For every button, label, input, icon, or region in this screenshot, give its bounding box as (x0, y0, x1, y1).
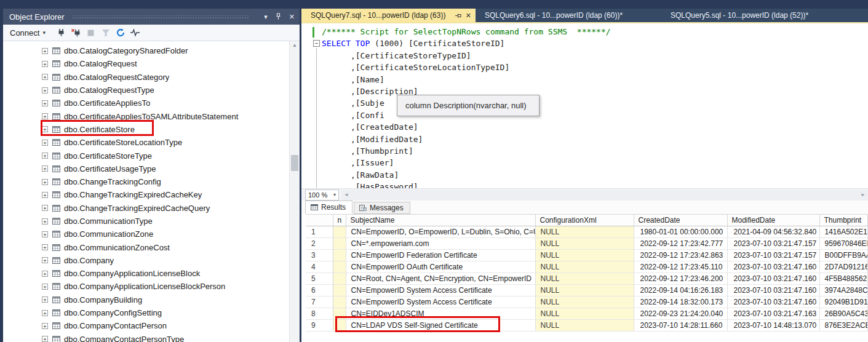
cell-modifieddate[interactable]: 2023-07-10 03:21:47.160 (727, 261, 819, 273)
cell-modifieddate[interactable]: 2023-07-10 03:21:47.160 (727, 296, 819, 308)
row-number-cell[interactable]: 6 (306, 285, 333, 296)
expand-plus-icon[interactable]: + (42, 153, 48, 159)
table-row[interactable]: 1 CN=EmpowerID, O=EmpowerID, L=Dublin, S… (306, 226, 868, 238)
column-header[interactable]: CreatedDate (634, 215, 727, 226)
cell-thumbprint[interactable]: 876E3E2ACBC210E027 (819, 320, 868, 332)
expand-plus-icon[interactable]: + (42, 323, 48, 329)
table-row[interactable]: 4 CN=EmpowerID OAuth Certificate NULL 20… (306, 261, 868, 273)
tree-item-table[interactable]: + dbo.CatalogRequest (3, 57, 300, 70)
cell-subjectname[interactable]: CN=EmpowerID System Access Certificate (346, 296, 535, 308)
connect-button[interactable]: Connect ▾ (10, 28, 46, 38)
zoom-level-dropdown[interactable]: 100 % ▾ (305, 189, 339, 201)
row-header-corner[interactable] (306, 215, 333, 226)
cell-description-clipped[interactable] (333, 250, 346, 261)
expand-plus-icon[interactable]: + (42, 310, 48, 316)
expand-plus-icon[interactable]: + (42, 244, 48, 250)
cell-modifieddate[interactable]: 2023-07-10 03:21:47.157 (727, 250, 819, 261)
cell-subjectname[interactable]: CN=EmpowerID OAuth Certificate (346, 261, 535, 273)
cell-modifieddate[interactable]: 2023-07-10 03:21:47.157 (727, 238, 819, 250)
tree-item-table[interactable]: + dbo.CertificateAppliesTo (3, 97, 300, 109)
cell-createddate[interactable]: 2022-09-12 17:23:42.863 (634, 250, 727, 261)
window-position-chevron-icon[interactable]: ▾ (264, 14, 268, 20)
cell-createddate[interactable]: 2022-09-14 18:32:00.173 (634, 296, 727, 308)
tab-results[interactable]: Results (305, 201, 352, 214)
row-number-cell[interactable]: 1 (306, 226, 333, 238)
expand-plus-icon[interactable]: + (42, 218, 48, 225)
cell-configurationxml[interactable]: NULL (535, 285, 634, 296)
tree-item-table[interactable]: + dbo.CommunicationZone (3, 228, 300, 241)
code-line[interactable]: ,[Issuer] (322, 157, 611, 169)
expand-plus-icon[interactable]: + (42, 87, 48, 93)
expand-plus-icon[interactable]: + (42, 61, 48, 67)
tree-item-table[interactable]: + dbo.CatalogRequestCategory (3, 71, 300, 84)
cell-modifieddate[interactable]: 2023-07-10 03:21:47.160 (727, 285, 819, 296)
column-header-clipped[interactable]: n (333, 215, 346, 226)
tree-item-table[interactable]: + dbo.Company (3, 254, 300, 267)
expand-plus-icon[interactable]: + (42, 100, 48, 106)
expand-plus-icon[interactable]: + (42, 113, 48, 119)
object-explorer-titlebar[interactable]: Object Explorer ▾ ✕ (3, 9, 300, 25)
code-line[interactable]: ,[CertificateStoreTypeID] (322, 50, 611, 62)
tree-scrollbar[interactable]: ▲ (289, 41, 300, 342)
tree-item-table[interactable]: + dbo.ChangeTrackingExpiredCacheQuery (3, 202, 300, 215)
tab-messages[interactable]: Messages (354, 202, 410, 214)
scrollbar-left-arrow-icon[interactable]: ◄ (344, 192, 349, 197)
cell-description-clipped[interactable] (333, 226, 346, 238)
cell-configurationxml[interactable]: NULL (535, 296, 634, 308)
tree-item-table[interactable]: + dbo.CompanyApplicationLicenseBlock (3, 267, 300, 280)
row-number-cell[interactable]: 8 (306, 308, 333, 320)
expand-plus-icon[interactable]: + (42, 336, 48, 342)
cell-configurationxml[interactable]: NULL (535, 273, 634, 285)
cell-thumbprint[interactable]: 959670846EE1A7102B9 (819, 238, 868, 250)
tree-item-table[interactable]: + dbo.ChangeTrackingConfig (3, 175, 300, 188)
cell-subjectname[interactable]: CN=EmpowerID System Access Certificate (346, 285, 535, 296)
expand-plus-icon[interactable]: + (42, 271, 48, 277)
cell-thumbprint[interactable]: 1416A502E16341710AF (819, 226, 868, 238)
cell-createddate[interactable]: 2022-09-23 21:24:20.040 (634, 308, 727, 320)
table-row[interactable]: 3 CN=EmpowerID Federation Certificate NU… (306, 250, 868, 261)
document-tab[interactable]: SQLQuery6.sql - 10...powerID (ldap (60))… (476, 9, 660, 22)
cell-createddate[interactable]: 2022-09-12 17:23:45.110 (634, 261, 727, 273)
table-row[interactable]: 5 CN=Root, CN=Agent, CN=Encryption, CN=E… (306, 273, 868, 285)
table-row[interactable]: 6 CN=EmpowerID System Access Certificate… (306, 285, 868, 296)
cell-createddate[interactable]: 2023-07-10 14:28:11.660 (634, 320, 727, 332)
cell-configurationxml[interactable]: NULL (535, 320, 634, 332)
cell-configurationxml[interactable]: NULL (535, 238, 634, 250)
activity-monitor-button[interactable] (128, 27, 143, 38)
cell-description-clipped[interactable] (333, 261, 346, 273)
expand-plus-icon[interactable]: + (42, 284, 48, 290)
column-header[interactable]: SubjectName (346, 215, 535, 226)
cell-subjectname[interactable]: CN=EmpowerID, O=EmpowerID, L=Dublin, S=O… (346, 226, 535, 238)
code-line[interactable]: ,[Thumbprint] (322, 145, 611, 157)
code-line[interactable]: /****** Script for SelectTopNRows comman… (322, 26, 611, 38)
table-row[interactable]: 2 CN=*.empoweriam.com NULL 2022-09-12 17… (306, 238, 868, 250)
scrollbar-up-arrow-icon[interactable]: ▲ (290, 42, 300, 48)
cell-configurationxml[interactable]: NULL (535, 308, 634, 320)
code-line[interactable]: ,[Name] (322, 74, 611, 86)
cell-thumbprint[interactable]: B00DFFB9AA56D22E03 (819, 250, 868, 261)
cell-modifieddate[interactable]: 2023-07-10 03:21:47.163 (727, 308, 819, 320)
refresh-button[interactable] (113, 27, 128, 38)
scrollbar-thumb[interactable] (291, 155, 298, 171)
cell-description-clipped[interactable] (333, 296, 346, 308)
close-icon[interactable]: ✕ (466, 12, 471, 20)
cell-description-clipped[interactable] (333, 285, 346, 296)
expand-plus-icon[interactable]: + (42, 257, 48, 263)
row-number-cell[interactable]: 5 (306, 273, 333, 285)
column-header[interactable]: Thumbprint (819, 215, 868, 226)
tree-item-table[interactable]: + dbo.CertificateUsageType (3, 162, 300, 175)
row-number-cell[interactable]: 7 (306, 296, 333, 308)
expand-plus-icon[interactable]: + (42, 165, 48, 172)
code-line[interactable]: SELECT TOP (1000) [CertificateStoreID] (322, 38, 611, 49)
row-number-cell[interactable]: 2 (306, 238, 333, 250)
expand-plus-icon[interactable]: + (42, 140, 48, 146)
cell-subjectname[interactable]: CN=Root, CN=Agent, CN=Encryption, CN=Emp… (346, 273, 535, 285)
cell-createddate[interactable]: 2022-09-12 17:23:42.777 (634, 238, 727, 250)
cell-thumbprint[interactable]: 2D7AD912166C6BCFCC (819, 261, 868, 273)
tree-item-table[interactable]: + dbo.CertificateStoreLocationType (3, 136, 300, 149)
cell-createddate[interactable]: 1980-01-01 00:00:00.000 (634, 226, 727, 238)
column-header[interactable]: ModifiedDate (727, 215, 819, 226)
horizontal-scrollbar[interactable]: ◄ ► (341, 189, 868, 201)
expand-plus-icon[interactable]: + (42, 74, 48, 80)
scrollbar-right-arrow-icon[interactable]: ► (861, 192, 866, 197)
